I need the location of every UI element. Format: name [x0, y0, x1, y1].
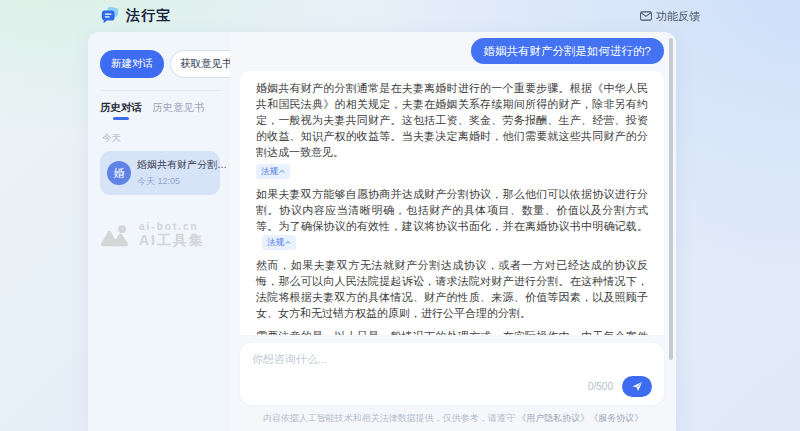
ai-answer-card: 婚姻共有财产的分割通常是在夫妻离婚时进行的一个重要步骤。根据《中华人民共和国民法… [240, 71, 664, 335]
brand-logo-icon [100, 6, 120, 26]
history-group-label: 今天 [102, 132, 220, 145]
ai-paragraphs: 婚姻共有财产的分割通常是在夫妻离婚时进行的一个重要步骤。根据《中华人民共和国民法… [256, 80, 648, 335]
chat-scroll-area[interactable]: 婚姻共有财产分割是如何进行的? 婚姻共有财产的分割通常是在夫妻离婚时进行的一个重… [230, 32, 676, 335]
send-icon [631, 380, 644, 393]
sidebar: 新建对话 获取意见书 历史对话 历史意见书 今天 婚 婚姻共有财产分割是如何..… [88, 32, 230, 431]
watermark-line1: ai-bot.cn [139, 221, 205, 232]
regulation-badge[interactable]: 法规 [262, 235, 296, 250]
ai-paragraph-text: 然而，如果夫妻双方无法就财产分割达成协议，或者一方对已经达成的协议反悔，那么可以… [256, 259, 648, 319]
brand-name: 法行宝 [126, 7, 171, 25]
brand: 法行宝 [100, 6, 171, 26]
char-counter: 0/500 [588, 381, 613, 392]
disclaimer-text: 内容依据人工智能技术和相关法律数据提供，仅供参考，请遵守 [263, 413, 515, 423]
watermark-line2: AI工具集 [139, 232, 205, 250]
disclaimer-footer: 内容依据人工智能技术和相关法律数据提供，仅供参考，请遵守 《用户隐私协议》《服务… [230, 405, 676, 431]
footer-link-1[interactable]: 《服务协议》 [589, 413, 643, 423]
mail-icon [640, 11, 652, 21]
new-chat-button[interactable]: 新建对话 [100, 50, 164, 78]
ai-paragraph-text: 需要注意的是，以上只是一般情况下的处理方式。在实际操作中，由于每个案件的具体情况… [256, 330, 648, 335]
tab-history-opinions[interactable]: 历史意见书 [152, 101, 205, 120]
feedback-button[interactable]: 功能反馈 [640, 9, 700, 24]
footer-link-0[interactable]: 《用户隐私协议》 [517, 413, 589, 423]
conversation-item[interactable]: 婚 婚姻共有财产分割是如何... 今天 12:05 [100, 151, 220, 195]
watermark: ai-bot.cn AI工具集 [100, 221, 220, 250]
send-button[interactable] [622, 376, 652, 397]
app-window: 新建对话 获取意见书 历史对话 历史意见书 今天 婚 婚姻共有财产分割是如何..… [88, 32, 676, 431]
chat-input[interactable] [252, 352, 652, 376]
top-header: 法行宝 功能反馈 [0, 0, 800, 32]
conversation-time: 今天 12:05 [137, 175, 213, 188]
watermark-logo-icon [100, 223, 134, 249]
conversation-title: 婚姻共有财产分割是如何... [137, 158, 229, 172]
ai-paragraph: 需要注意的是，以上只是一般情况下的处理方式。在实际操作中，由于每个案件的具体情况… [256, 328, 648, 335]
ai-paragraph: 如果夫妻双方能够自愿协商并达成财产分割协议，那么他们可以依据协议进行分割。协议内… [256, 186, 648, 250]
composer: 0/500 [240, 343, 664, 405]
chat-panel: 婚姻共有财产分割是如何进行的? 婚姻共有财产的分割通常是在夫妻离婚时进行的一个重… [230, 32, 676, 431]
ai-paragraph-text: 如果夫妻双方能够自愿协商并达成财产分割协议，那么他们可以依据协议进行分割。协议内… [256, 188, 648, 232]
sidebar-divider [100, 90, 222, 91]
user-message-bubble: 婚姻共有财产分割是如何进行的? [471, 38, 664, 64]
regulation-badge[interactable]: 法规 [256, 164, 290, 179]
tab-history-chats[interactable]: 历史对话 [100, 101, 142, 120]
sidebar-tabs: 历史对话 历史意见书 [100, 101, 220, 120]
conversation-avatar: 婚 [107, 161, 131, 185]
ai-paragraph: 然而，如果夫妻双方无法就财产分割达成协议，或者一方对已经达成的协议反悔，那么可以… [256, 257, 648, 321]
chat-scrollbar[interactable] [669, 38, 673, 360]
ai-paragraph: 婚姻共有财产的分割通常是在夫妻离婚时进行的一个重要步骤。根据《中华人民共和国民法… [256, 80, 648, 179]
feedback-label: 功能反馈 [656, 9, 700, 24]
ai-paragraph-text: 婚姻共有财产的分割通常是在夫妻离婚时进行的一个重要步骤。根据《中华人民共和国民法… [256, 82, 648, 158]
